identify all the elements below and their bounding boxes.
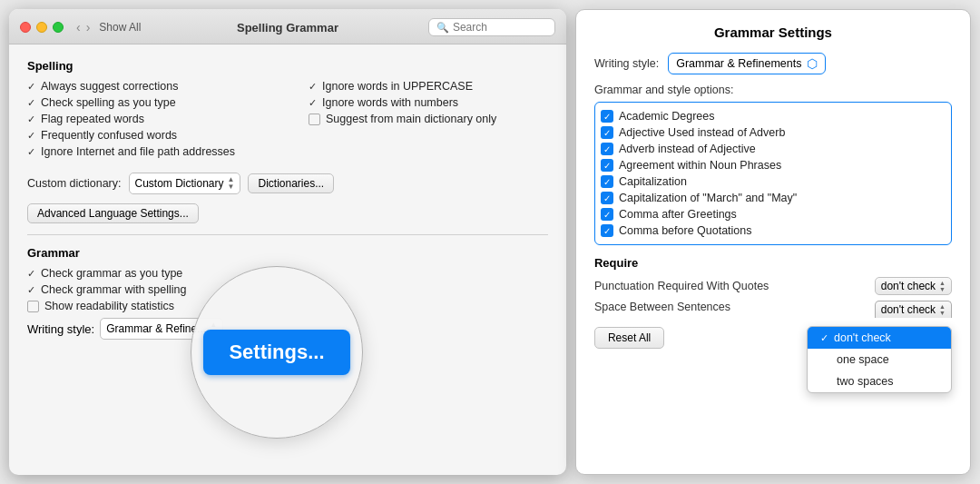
- custom-dict-label: Custom dictionary:: [27, 177, 122, 190]
- confused-words-label: Frequently confused words: [41, 129, 177, 142]
- grammar-check-2[interactable]: ✓: [601, 143, 613, 155]
- spelling-options-right: ✓ Ignore words in UPPERCASE ✓ Ignore wor…: [309, 80, 548, 162]
- dropdown-item-dont-check[interactable]: ✓ don't check: [808, 327, 951, 349]
- space-select[interactable]: don't check ▲▼: [875, 301, 952, 318]
- internet-paths-row: ✓ Ignore Internet and file path addresse…: [27, 145, 309, 158]
- internet-paths-check: ✓: [27, 146, 35, 158]
- grammar-item-label-1: Adjective Used instead of Adverb: [619, 126, 785, 139]
- dropdown-item-two-spaces[interactable]: two spaces: [808, 370, 951, 392]
- space-dropdown-menu: ✓ don't check one space two spaces: [807, 326, 952, 393]
- ignore-numbers-label: Ignore words with numbers: [322, 96, 458, 109]
- settings-button[interactable]: Settings...: [203, 330, 349, 375]
- ignore-numbers-check: ✓: [309, 97, 317, 109]
- search-input[interactable]: [453, 21, 547, 34]
- maximize-button[interactable]: [53, 22, 64, 33]
- check-spelling-row: ✓ Check spelling as you type: [27, 96, 309, 109]
- grammar-check-1[interactable]: ✓: [601, 126, 613, 139]
- dropdown-item-one-space[interactable]: one space: [808, 349, 951, 370]
- check-with-spelling-check: ✓: [27, 284, 35, 296]
- flag-repeated-row: ✓ Flag repeated words: [27, 113, 309, 125]
- ignore-uppercase-row: ✓ Ignore words in UPPERCASE: [309, 80, 548, 93]
- suggest-main-check[interactable]: [309, 114, 320, 125]
- writing-style-select-right[interactable]: Grammar & Refinements ⬡: [668, 53, 826, 74]
- punctuation-arrows-icon: ▲▼: [939, 280, 946, 292]
- grammar-item-label-6: Comma after Greetings: [619, 208, 737, 221]
- always-suggest-label: Always suggest corrections: [41, 80, 178, 93]
- select-arrows-icon: ▲▼: [228, 176, 235, 191]
- show-all-button[interactable]: Show All: [99, 21, 141, 34]
- custom-dict-select[interactable]: Custom Dictionary ▲▼: [129, 173, 241, 194]
- readability-check[interactable]: [27, 301, 39, 312]
- writing-style-label: Writing style:: [27, 322, 94, 336]
- section-divider: [27, 234, 548, 235]
- grammar-item-0: ✓ Academic Degrees: [601, 108, 946, 124]
- grammar-check-7[interactable]: ✓: [601, 224, 613, 237]
- grammar-section-title: Grammar: [27, 246, 548, 260]
- writing-style-value-right: Grammar & Refinements: [676, 57, 801, 70]
- grammar-item-3: ✓ Agreement within Noun Phrases: [601, 157, 946, 173]
- grammar-item-label-3: Agreement within Noun Phrases: [619, 159, 781, 172]
- punctuation-label: Punctuation Required With Quotes: [594, 280, 769, 292]
- space-value: don't check: [881, 303, 936, 316]
- spelling-options-left: ✓ Always suggest corrections ✓ Check spe…: [27, 80, 309, 162]
- check-with-spelling-label: Check grammar with spelling: [41, 283, 186, 296]
- always-suggest-check: ✓: [27, 81, 35, 93]
- writing-style-arrow-icon: ⬡: [807, 56, 818, 71]
- spelling-grammar-window: ‹ › Show All Spelling Grammar 🔍 Spelling…: [9, 9, 566, 475]
- writing-style-label-right: Writing style:: [594, 57, 659, 70]
- internet-paths-label: Ignore Internet and file path addresses: [41, 145, 235, 158]
- check-spelling-check: ✓: [27, 97, 35, 109]
- back-button[interactable]: ‹: [74, 20, 83, 35]
- check-spelling-label: Check spelling as you type: [41, 96, 176, 109]
- grammar-options-label: Grammar and style options:: [594, 84, 952, 96]
- suggest-main-row: Suggest from main dictionary only: [309, 113, 548, 125]
- custom-dict-value: Custom Dictionary: [135, 177, 224, 190]
- ignore-uppercase-label: Ignore words in UPPERCASE: [322, 80, 473, 93]
- grammar-check-5[interactable]: ✓: [601, 192, 613, 204]
- readability-label: Show readability statistics: [44, 300, 174, 312]
- grammar-item-label-4: Capitalization: [619, 175, 687, 188]
- grammar-item-1: ✓ Adjective Used instead of Adverb: [601, 124, 946, 141]
- grammar-item-6: ✓ Comma after Greetings: [601, 206, 946, 222]
- check-grammar-check: ✓: [27, 268, 35, 280]
- require-title: Require: [594, 256, 952, 270]
- require-section: Require Punctuation Required With Quotes…: [594, 256, 952, 318]
- grammar-check-6[interactable]: ✓: [601, 208, 613, 221]
- settings-circle: Settings...: [191, 266, 363, 439]
- panel-title: Grammar Settings: [594, 25, 952, 40]
- close-button[interactable]: [20, 22, 31, 33]
- grammar-check-0[interactable]: ✓: [601, 110, 613, 123]
- always-suggest-row: ✓ Always suggest corrections: [27, 80, 309, 93]
- dictionaries-button[interactable]: Dictionaries...: [248, 173, 334, 193]
- minimize-button[interactable]: [36, 22, 47, 33]
- grammar-check-3[interactable]: ✓: [601, 159, 613, 172]
- grammar-item-label-2: Adverb instead of Adjective: [619, 143, 756, 155]
- search-icon: 🔍: [436, 22, 449, 34]
- spelling-options: ✓ Always suggest corrections ✓ Check spe…: [27, 80, 548, 162]
- confused-words-check: ✓: [27, 130, 35, 142]
- flag-repeated-label: Flag repeated words: [41, 113, 144, 125]
- space-between-row: Space Between Sentences don't check ▲▼ ✓…: [594, 301, 952, 318]
- grammar-item-label-7: Comma before Quotations: [619, 224, 752, 237]
- grammar-settings-panel: Grammar Settings Writing style: Grammar …: [575, 9, 971, 475]
- search-bar[interactable]: 🔍: [428, 18, 555, 36]
- advanced-language-button[interactable]: Advanced Language Settings...: [27, 203, 199, 223]
- punctuation-value: don't check: [881, 280, 936, 292]
- spelling-section-title: Spelling: [27, 59, 548, 73]
- space-dropdown-container: don't check ▲▼ ✓ don't check one space: [875, 301, 952, 318]
- check-grammar-label: Check grammar as you type: [41, 267, 182, 280]
- punctuation-row: Punctuation Required With Quotes don't c…: [594, 277, 952, 295]
- confused-words-row: ✓ Frequently confused words: [27, 129, 309, 142]
- space-arrows-icon: ▲▼: [939, 303, 946, 316]
- suggest-main-label: Suggest from main dictionary only: [326, 113, 496, 125]
- grammar-item-4: ✓ Capitalization: [601, 173, 946, 190]
- custom-dict-row: Custom dictionary: Custom Dictionary ▲▼ …: [27, 173, 548, 194]
- grammar-check-4[interactable]: ✓: [601, 175, 613, 188]
- flag-repeated-check: ✓: [27, 114, 35, 125]
- forward-button[interactable]: ›: [84, 20, 93, 35]
- punctuation-select[interactable]: don't check ▲▼: [875, 277, 952, 295]
- grammar-list: ✓ Academic Degrees ✓ Adjective Used inst…: [594, 102, 952, 245]
- dropdown-label-1: one space: [837, 353, 889, 366]
- reset-all-button[interactable]: Reset All: [594, 327, 664, 349]
- grammar-item-7: ✓ Comma before Quotations: [601, 222, 946, 239]
